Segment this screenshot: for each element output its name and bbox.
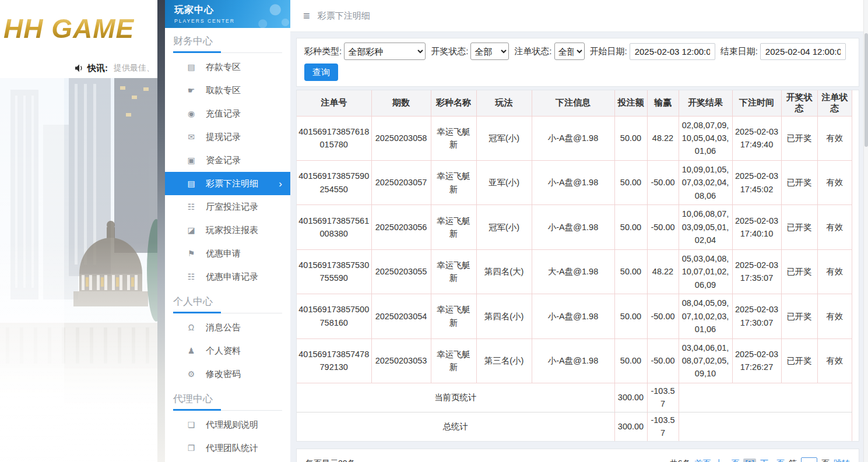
table-row: 40156917385753075559020250203055 幸运飞艇新第四… bbox=[297, 249, 852, 294]
site-logo[interactable]: HH GAME bbox=[3, 13, 134, 44]
sidebar-item-promo-application[interactable]: ⚑ 优惠申请 bbox=[165, 242, 290, 265]
sidebar-item-promo-application-records[interactable]: ☷ 优惠申请记录 bbox=[165, 265, 290, 288]
page-size-text: 每页显示20条 bbox=[305, 459, 356, 462]
current-page-badge: [1] bbox=[743, 459, 756, 462]
lottery-type-label: 彩种类型: bbox=[304, 46, 342, 57]
screen: HH GAME 快讯: 提供最佳、 bbox=[0, 0, 868, 462]
sidebar-item-withdraw-zone[interactable]: ☛ 取款专区 bbox=[165, 79, 290, 102]
section-finance: 财务中心 ▤ 存款专区 ☛ 取款专区 ◉ 充值记录 ✉ 提现记录 ▣ 资金记录 bbox=[165, 28, 290, 288]
col-header-lottery-name: 彩种名称 bbox=[431, 90, 476, 116]
sidebar-header: 玩家中心 PLAYERS CENTER bbox=[165, 0, 290, 28]
col-header-issue: 期数 bbox=[371, 90, 431, 116]
form-list-icon: ☷ bbox=[186, 202, 196, 211]
section-title-agent: 代理中心 bbox=[173, 392, 282, 407]
deposit-card-icon: ▤ bbox=[186, 62, 196, 72]
page-divider-shadow bbox=[157, 0, 165, 462]
col-header-play: 玩法 bbox=[476, 90, 532, 116]
table-row: 40156917385747879213020250203053 幸运飞艇新第三… bbox=[297, 338, 852, 383]
hamburger-menu-icon[interactable]: ≡ bbox=[303, 9, 310, 23]
table-row: 40156917385759025455020250203057 幸运飞艇新亚军… bbox=[297, 160, 852, 204]
sidebar: 玩家中心 PLAYERS CENTER 财务中心 ▤ 存款专区 ☛ 取款专区 ◉… bbox=[165, 0, 290, 462]
bell-icon: Ω bbox=[186, 323, 196, 332]
order-status-select[interactable]: 全部 bbox=[554, 43, 585, 60]
col-header-bet-amount: 投注额 bbox=[614, 90, 647, 116]
sidebar-item-deposit-zone[interactable]: ▤ 存款专区 bbox=[165, 55, 290, 79]
ticker-label: 快讯: bbox=[87, 63, 108, 74]
news-ticker: 快讯: 提供最佳、 bbox=[0, 58, 165, 78]
lottery-type-select[interactable]: 全部彩种 bbox=[344, 43, 426, 60]
end-date-input[interactable] bbox=[760, 43, 846, 60]
form-list-icon: ☷ bbox=[186, 272, 196, 281]
page-summary-row: 当前页统计 300.00 -103.57 bbox=[297, 383, 852, 412]
page-summary-winloss: -103.57 bbox=[647, 383, 679, 412]
scrollbar-thumb[interactable] bbox=[865, 33, 868, 147]
document-icon: ❏ bbox=[186, 420, 196, 429]
topbar: ≡ 彩票下注明细 bbox=[290, 0, 863, 32]
total-summary-row: 总统计 300.00 -103.57 bbox=[297, 412, 852, 440]
sidebar-item-hall-bet-records[interactable]: ☷ 厅室投注记录 bbox=[165, 195, 290, 218]
ledger-icon: ❐ bbox=[186, 443, 196, 453]
sidebar-item-player-bet-report[interactable]: ◪ 玩家投注报表 bbox=[165, 218, 290, 242]
first-page-link[interactable]: 首页 bbox=[694, 459, 711, 462]
main-content: ≡ 彩票下注明细 彩种类型: 全部彩种 开奖状态: 全部 注单状态 bbox=[290, 0, 863, 462]
jump-button[interactable]: 跳转 bbox=[834, 459, 850, 462]
chevron-right-icon: › bbox=[279, 179, 282, 189]
start-date-label: 开始日期: bbox=[590, 46, 627, 57]
sidebar-item-lottery-bet-details[interactable]: ▤ 彩票下注明细 › bbox=[165, 172, 290, 195]
city-background-image bbox=[0, 78, 165, 462]
sidebar-item-personal-profile[interactable]: ♟ 个人资料 bbox=[165, 339, 290, 362]
total-summary-label: 总统计 bbox=[297, 412, 614, 440]
bet-records-table: 注单号 期数 彩种名称 玩法 下注信息 投注额 输赢 开奖结果 下注时间 开奖状… bbox=[297, 90, 852, 441]
col-header-draw-status: 开奖状态 bbox=[781, 90, 817, 116]
col-header-bet-info: 下注信息 bbox=[532, 90, 614, 116]
pagination-bar: 每页显示20条 共6条 首页 上一页 [1] 下一页 第 页 跳转 bbox=[296, 449, 859, 462]
col-header-draw-result: 开奖结果 bbox=[679, 90, 732, 116]
col-header-order-status: 注单状态 bbox=[817, 90, 852, 116]
col-header-winloss: 输赢 bbox=[647, 90, 679, 116]
speaker-icon bbox=[75, 64, 84, 72]
next-page-link[interactable]: 下一页 bbox=[760, 459, 785, 462]
sidebar-item-recharge-records[interactable]: ◉ 充值记录 bbox=[165, 102, 290, 125]
prev-page-link[interactable]: 上一页 bbox=[715, 459, 739, 462]
section-title-finance: 财务中心 bbox=[173, 34, 282, 49]
start-date-input[interactable] bbox=[630, 43, 715, 60]
section-personal: 个人中心 Ω 消息公告 ♟ 个人资料 ⚙ 修改密码 bbox=[165, 288, 290, 386]
sidebar-item-message-announcements[interactable]: Ω 消息公告 bbox=[165, 316, 290, 339]
section-rule bbox=[173, 52, 282, 53]
total-summary-winloss: -103.57 bbox=[647, 412, 679, 440]
page-number-input[interactable] bbox=[801, 457, 817, 462]
col-header-order-no: 注单号 bbox=[297, 90, 371, 116]
table-row: 40156917385761801578020250203058 幸运飞艇新冠军… bbox=[297, 116, 852, 160]
ticker-text: 提供最佳、 bbox=[114, 63, 154, 73]
section-agent: 代理中心 ❏ 代理规则说明 ❐ 代理团队统计 bbox=[165, 386, 290, 460]
table-row: 40156917385756100838020250203056 幸运飞艇新冠军… bbox=[297, 205, 852, 249]
vertical-scrollbar[interactable] bbox=[863, 0, 868, 462]
purse-icon: ▣ bbox=[186, 156, 196, 165]
gift-icon: ⚑ bbox=[186, 249, 196, 258]
col-header-bet-time: 下注时间 bbox=[732, 90, 781, 116]
page-summary-label: 当前页统计 bbox=[297, 383, 614, 412]
players-center-subtitle: PLAYERS CENTER bbox=[174, 18, 290, 24]
moneybag-icon: ◉ bbox=[186, 109, 196, 118]
person-icon: ♟ bbox=[186, 346, 196, 355]
sidebar-item-withdrawal-records[interactable]: ✉ 提现记录 bbox=[165, 125, 290, 149]
wallet-icon: ✉ bbox=[186, 132, 196, 142]
background-site: HH GAME 快讯: 提供最佳、 bbox=[0, 0, 165, 462]
section-rule bbox=[173, 313, 282, 313]
total-summary-bet: 300.00 bbox=[614, 412, 647, 440]
withdraw-hand-icon: ☛ bbox=[186, 86, 196, 95]
sidebar-item-agent-team-stats[interactable]: ❐ 代理团队统计 bbox=[165, 436, 290, 460]
table-header-row: 注单号 期数 彩种名称 玩法 下注信息 投注额 输赢 开奖结果 下注时间 开奖状… bbox=[297, 90, 852, 116]
sidebar-item-agent-rules[interactable]: ❏ 代理规则说明 bbox=[165, 413, 290, 436]
sidebar-item-funds-records[interactable]: ▣ 资金记录 bbox=[165, 149, 290, 172]
section-title-personal: 个人中心 bbox=[173, 294, 282, 309]
total-count-text: 共6条 bbox=[670, 459, 691, 462]
end-date-label: 结束日期: bbox=[721, 46, 758, 57]
bet-records-table-card: 注单号 期数 彩种名称 玩法 下注信息 投注额 输赢 开奖结果 下注时间 开奖状… bbox=[296, 90, 859, 442]
jump-suffix-text: 页 bbox=[821, 459, 830, 462]
section-rule bbox=[173, 410, 282, 411]
draw-status-select[interactable]: 全部 bbox=[470, 43, 509, 60]
sidebar-item-change-password[interactable]: ⚙ 修改密码 bbox=[165, 362, 290, 386]
page-summary-bet: 300.00 bbox=[614, 383, 647, 412]
query-button[interactable]: 查询 bbox=[304, 64, 338, 81]
